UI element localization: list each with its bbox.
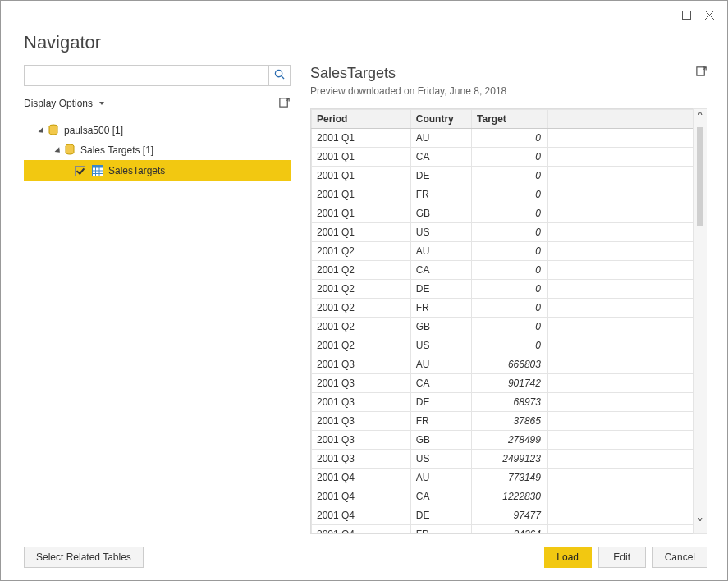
cell-country: DE xyxy=(410,393,471,412)
table-row[interactable]: 2001 Q1GB0 xyxy=(312,204,694,223)
dialog-title: Navigator xyxy=(1,29,727,65)
tree-node-group[interactable]: Sales Targets [1] xyxy=(24,140,291,160)
cell-target: 666803 xyxy=(472,355,548,374)
navigation-tree: paulsa500 [1] Sales Targets [1] SalesTar… xyxy=(24,121,291,181)
cell-blank xyxy=(547,412,693,431)
column-header-period[interactable]: Period xyxy=(312,110,411,129)
column-header-blank xyxy=(547,110,693,129)
cell-blank xyxy=(547,167,693,185)
cell-target: 0 xyxy=(472,280,548,299)
table-row[interactable]: 2001 Q1US0 xyxy=(312,223,694,242)
cell-period: 2001 Q3 xyxy=(312,374,411,393)
cell-blank xyxy=(547,242,693,261)
column-header-target[interactable]: Target xyxy=(472,110,548,129)
vertical-scrollbar[interactable]: ˄ ˅ xyxy=(693,108,707,534)
tree-node-database[interactable]: paulsa500 [1] xyxy=(24,121,291,140)
table-row[interactable]: 2001 Q4DE97477 xyxy=(312,506,694,525)
scroll-down-icon[interactable]: ˅ xyxy=(697,520,703,528)
table-row[interactable]: 2001 Q3AU666803 xyxy=(312,355,694,374)
expand-caret-icon[interactable] xyxy=(55,147,62,154)
search-input[interactable] xyxy=(25,66,268,85)
search-button[interactable] xyxy=(268,66,290,85)
cell-target: 0 xyxy=(472,148,548,167)
cell-target: 0 xyxy=(472,318,548,336)
table-row[interactable]: 2001 Q4CA1222830 xyxy=(312,487,694,506)
column-header-country[interactable]: Country xyxy=(410,110,471,129)
refresh-icon xyxy=(278,99,291,111)
cell-country: FR xyxy=(410,299,471,318)
cancel-button[interactable]: Cancel xyxy=(652,547,707,568)
table-row[interactable]: 2001 Q2CA0 xyxy=(312,261,694,280)
table-row[interactable]: 2001 Q2DE0 xyxy=(312,280,694,299)
cell-country: FR xyxy=(410,412,471,431)
preview-title: SalesTargets xyxy=(310,65,506,82)
svg-line-4 xyxy=(282,76,284,79)
cell-period: 2001 Q1 xyxy=(312,167,411,185)
load-button[interactable]: Load xyxy=(544,547,592,568)
display-options-dropdown[interactable]: Display Options xyxy=(24,98,104,109)
cell-country: DE xyxy=(410,280,471,299)
table-row[interactable]: 2001 Q2AU0 xyxy=(312,242,694,261)
cell-blank xyxy=(547,450,693,469)
cell-target: 278499 xyxy=(472,431,548,450)
cell-blank xyxy=(547,355,693,374)
cell-blank xyxy=(547,223,693,242)
scroll-up-icon[interactable]: ˄ xyxy=(697,114,703,122)
table-row[interactable]: 2001 Q3DE68973 xyxy=(312,393,694,412)
expand-caret-icon[interactable] xyxy=(39,127,46,135)
cell-target: 97477 xyxy=(472,506,548,525)
table-row[interactable]: 2001 Q2FR0 xyxy=(312,299,694,318)
table-row[interactable]: 2001 Q3FR37865 xyxy=(312,412,694,431)
database-icon xyxy=(48,124,59,138)
cell-blank xyxy=(547,299,693,318)
table-row[interactable]: 2001 Q1AU0 xyxy=(312,129,694,148)
tree-node-table[interactable]: SalesTargets xyxy=(24,160,291,181)
cell-period: 2001 Q1 xyxy=(312,185,411,204)
cell-target: 2499123 xyxy=(472,450,548,469)
cell-country: US xyxy=(410,223,471,242)
cell-period: 2001 Q2 xyxy=(312,261,411,280)
cell-period: 2001 Q2 xyxy=(312,318,411,336)
cell-country: CA xyxy=(410,487,471,506)
maximize-button[interactable] xyxy=(675,6,698,24)
cell-target: 0 xyxy=(472,167,548,185)
cell-period: 2001 Q3 xyxy=(312,412,411,431)
table-row[interactable]: 2001 Q3GB278499 xyxy=(312,431,694,450)
cell-period: 2001 Q1 xyxy=(312,148,411,167)
svg-rect-14 xyxy=(697,67,704,75)
refresh-tree-button[interactable] xyxy=(278,96,291,111)
table-icon xyxy=(92,165,103,176)
cell-period: 2001 Q3 xyxy=(312,393,411,412)
cell-country: AU xyxy=(410,129,471,148)
display-options-label: Display Options xyxy=(24,98,93,109)
cell-period: 2001 Q1 xyxy=(312,204,411,223)
cell-blank xyxy=(547,148,693,167)
table-row[interactable]: 2001 Q2GB0 xyxy=(312,318,694,336)
table-row[interactable]: 2001 Q1CA0 xyxy=(312,148,694,167)
table-row[interactable]: 2001 Q4AU773149 xyxy=(312,469,694,487)
cell-blank xyxy=(547,525,693,535)
close-button[interactable] xyxy=(698,6,721,24)
cell-target: 0 xyxy=(472,242,548,261)
scroll-track xyxy=(697,226,703,520)
table-row[interactable]: 2001 Q1DE0 xyxy=(312,167,694,185)
table-row[interactable]: 2001 Q1FR0 xyxy=(312,185,694,204)
scroll-thumb[interactable] xyxy=(697,127,703,226)
cell-target: 773149 xyxy=(472,469,548,487)
cell-period: 2001 Q1 xyxy=(312,129,411,148)
tree-node-label: Sales Targets [1] xyxy=(80,144,153,156)
table-row[interactable]: 2001 Q2US0 xyxy=(312,336,694,355)
tree-checkbox[interactable] xyxy=(75,166,85,176)
refresh-preview-button[interactable] xyxy=(695,65,707,80)
cell-country: AU xyxy=(410,355,471,374)
cell-period: 2001 Q4 xyxy=(312,469,411,487)
cell-target: 0 xyxy=(472,204,548,223)
select-related-tables-button[interactable]: Select Related Tables xyxy=(24,547,144,568)
table-row[interactable]: 2001 Q4FR34364 xyxy=(312,525,694,535)
edit-button[interactable]: Edit xyxy=(598,547,646,568)
table-row[interactable]: 2001 Q3US2499123 xyxy=(312,450,694,469)
table-row[interactable]: 2001 Q3CA901742 xyxy=(312,374,694,393)
cell-period: 2001 Q4 xyxy=(312,487,411,506)
cell-target: 0 xyxy=(472,185,548,204)
cell-country: FR xyxy=(410,185,471,204)
